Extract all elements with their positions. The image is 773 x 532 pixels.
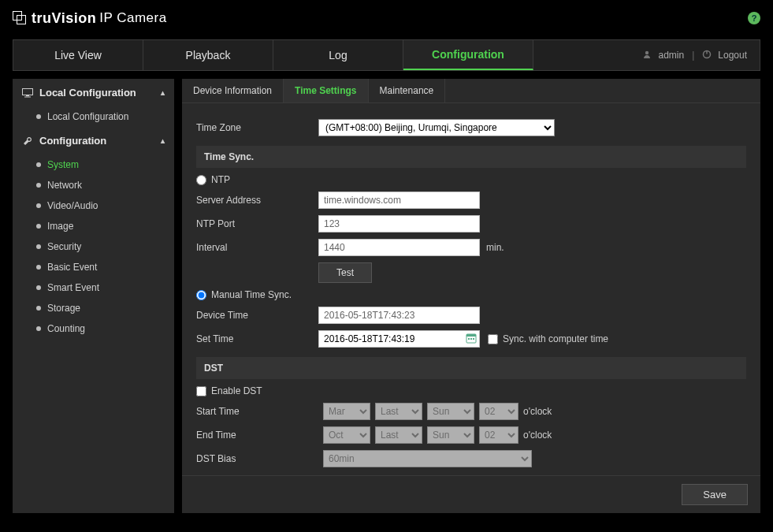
select-end-hour[interactable]: 02 [479, 426, 518, 444]
svg-rect-2 [707, 50, 708, 54]
input-set-time[interactable] [318, 330, 480, 348]
label-enable-dst: Enable DST [211, 385, 262, 396]
sidebar-item-label: Smart Event [47, 282, 99, 293]
sidebar-item-network[interactable]: Network [13, 175, 174, 195]
sidebar-section-label: Configuration [39, 135, 106, 147]
nav-user: admin | Logout [642, 50, 760, 61]
label-oclock: o'clock [523, 406, 552, 417]
label-dst-bias: DST Bias [196, 453, 318, 464]
bullet-icon [36, 285, 41, 290]
select-start-hour[interactable]: 02 [479, 403, 518, 420]
svg-point-0 [645, 50, 649, 54]
bullet-icon [36, 224, 41, 229]
select-start-month[interactable]: Mar [323, 403, 370, 420]
label-time-zone: Time Zone [196, 122, 318, 133]
select-start-week[interactable]: Last [375, 403, 422, 420]
bullet-icon [36, 265, 41, 270]
sidebar-item-image[interactable]: Image [13, 216, 174, 236]
logout-icon [702, 50, 712, 61]
header-dst: DST [196, 357, 746, 379]
subtab-maintenance[interactable]: Maintenance [369, 79, 446, 102]
select-end-week[interactable]: Last [375, 426, 422, 444]
label-end-time: End Time [196, 430, 318, 441]
bullet-icon [36, 162, 41, 167]
logout-link[interactable]: Logout [718, 50, 747, 61]
label-device-time: Device Time [196, 310, 318, 321]
brand-sub: IP Camera [99, 10, 166, 26]
label-ntp-port: NTP Port [196, 218, 318, 229]
input-interval[interactable] [318, 239, 480, 256]
bullet-icon [36, 306, 41, 311]
select-time-zone[interactable]: (GMT+08:00) Beijing, Urumqi, Singapore [318, 119, 555, 136]
header-dst-label: DST [204, 363, 223, 374]
sidebar-section-local-config[interactable]: Local Configuration ▴ [13, 79, 174, 106]
bullet-icon [36, 203, 41, 208]
subtab-time-settings[interactable]: Time Settings [284, 79, 368, 102]
brand: truVision IP Camera [13, 10, 167, 27]
sidebar-item-local-configuration[interactable]: Local Configuration [13, 106, 174, 127]
unit-min: min. [486, 242, 504, 253]
input-ntp-port[interactable] [318, 215, 480, 233]
select-end-day[interactable]: Sun [427, 426, 474, 444]
sidebar-item-label: Security [47, 241, 81, 252]
sidebar-item-video-audio[interactable]: Video/Audio [13, 195, 174, 216]
sidebar-item-label: Storage [47, 303, 80, 314]
tab-log[interactable]: Log [273, 40, 403, 70]
sidebar-item-counting[interactable]: Counting [13, 318, 174, 339]
save-button[interactable]: Save [682, 484, 748, 505]
radio-manual-time-sync[interactable] [196, 290, 206, 300]
sidebar-item-security[interactable]: Security [13, 236, 174, 257]
sidebar: Local Configuration ▴ Local Configuratio… [13, 79, 174, 513]
tab-live-view[interactable]: Live View [13, 40, 143, 70]
checkbox-enable-dst[interactable] [196, 386, 206, 396]
sidebar-item-label: Basic Event [47, 262, 97, 273]
select-end-month[interactable]: Oct [323, 426, 370, 444]
chevron-up-icon: ▴ [161, 136, 165, 145]
brand-name: truVision [32, 10, 96, 27]
main-panel: Device Information Time Settings Mainten… [182, 79, 760, 513]
sidebar-section-configuration[interactable]: Configuration ▴ [13, 127, 174, 154]
bullet-icon [36, 326, 41, 331]
sidebar-item-storage[interactable]: Storage [13, 298, 174, 318]
chevron-up-icon: ▴ [161, 88, 165, 97]
tab-playback[interactable]: Playback [143, 40, 273, 70]
monitor-icon [22, 88, 33, 98]
checkbox-sync-computer[interactable] [488, 334, 498, 344]
sidebar-item-system[interactable]: System [13, 154, 174, 175]
sidebar-item-smart-event[interactable]: Smart Event [13, 277, 174, 298]
help-icon[interactable]: ? [748, 12, 760, 24]
wrench-icon [22, 136, 33, 147]
user-icon [642, 50, 652, 61]
bullet-icon [36, 183, 41, 188]
svg-rect-4 [26, 95, 29, 96]
username: admin [658, 50, 684, 61]
label-sync-computer: Sync. with computer time [503, 333, 608, 344]
svg-rect-3 [23, 88, 33, 95]
tab-configuration[interactable]: Configuration [403, 40, 533, 70]
label-oclock: o'clock [523, 430, 552, 441]
subtab-device-information[interactable]: Device Information [182, 79, 284, 102]
brand-icon [13, 11, 27, 25]
header-time-sync: Time Sync. [196, 146, 746, 168]
bullet-icon [36, 114, 41, 119]
label-interval: Interval [196, 242, 318, 253]
input-device-time [318, 307, 480, 324]
select-start-day[interactable]: Sun [427, 403, 474, 420]
label-server-address: Server Address [196, 195, 318, 206]
sidebar-item-basic-event[interactable]: Basic Event [13, 257, 174, 277]
radio-ntp[interactable] [196, 175, 206, 185]
sidebar-item-label: System [47, 159, 79, 170]
select-dst-bias[interactable]: 60min [323, 450, 532, 467]
sidebar-section-label: Local Configuration [39, 87, 136, 99]
nav-bar: Live View Playback Log Configuration adm… [13, 39, 760, 71]
sidebar-item-label: Local Configuration [47, 111, 128, 122]
label-manual-time-sync: Manual Time Sync. [211, 289, 292, 300]
label-start-time: Start Time [196, 406, 318, 417]
label-set-time: Set Time [196, 333, 318, 344]
sidebar-item-label: Counting [47, 323, 85, 334]
test-button[interactable]: Test [318, 262, 372, 283]
svg-rect-5 [24, 96, 31, 97]
header-time-sync-label: Time Sync. [204, 151, 254, 162]
input-server-address[interactable] [318, 192, 480, 209]
sidebar-item-label: Network [47, 180, 82, 191]
